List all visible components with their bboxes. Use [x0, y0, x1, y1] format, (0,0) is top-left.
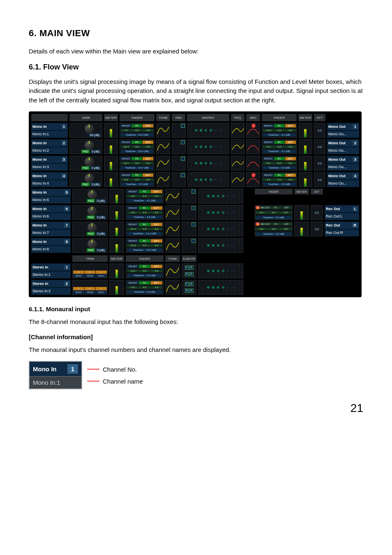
gain-box[interactable]: PAD 0 (dB) [72, 205, 108, 220]
pad-button[interactable]: PAD [81, 183, 90, 186]
tone-box[interactable] [165, 205, 180, 220]
peq-box[interactable] [231, 123, 245, 138]
gain-knob-icon[interactable] [85, 141, 94, 150]
fader-box[interactable]: FRONTPCEXT -0.30.00.0 TotalGain : -0.3 (… [126, 264, 164, 278]
amute-box[interactable]: 1234 [182, 280, 196, 295]
att-box[interactable]: 0.0 [311, 205, 323, 220]
tone-box[interactable] [165, 264, 180, 278]
peq-box[interactable] [231, 139, 245, 154]
gain-box[interactable]: PAD 0 (dB) [69, 172, 102, 187]
matrix-box[interactable] [198, 189, 243, 204]
gain-box[interactable]: PAD 0 (dB) [72, 238, 108, 253]
out-channel-info[interactable]: Mono Out2 Mono Ou... [327, 139, 359, 154]
matrix-box[interactable] [187, 123, 229, 138]
matrix-box[interactable] [198, 222, 243, 236]
arc-box[interactable] [246, 139, 260, 154]
amute-box[interactable]: 1234 [182, 264, 196, 278]
gain-knob-icon[interactable] [88, 190, 97, 199]
trim-box[interactable]: ABC ST2-AST2-BST2-C [72, 280, 108, 295]
fbs-box[interactable] [172, 172, 186, 187]
tone-box[interactable] [156, 123, 170, 138]
rec-fader-box[interactable]: 🔒REC OUTPCEXT 0.00.00.0 TotalGain : 0.0 … [255, 222, 293, 236]
tone-box[interactable] [165, 222, 180, 236]
matrix-box[interactable] [187, 139, 229, 154]
pad-button[interactable] [85, 134, 88, 135]
fader-box[interactable]: FRONTPCEXT -14.40.00.0 TotalGain : -2.4 … [262, 123, 297, 138]
pad-button[interactable]: PAD [87, 199, 95, 203]
out-channel-info[interactable]: Rec OutL Rec Out:L [325, 205, 359, 220]
gain-box[interactable]: PAD 0 (dB) [72, 189, 108, 204]
matrix-box[interactable] [198, 264, 243, 278]
fbs-box[interactable] [172, 123, 186, 138]
fader-box[interactable]: FRONTPCEXT -1.90.00.0 TotalGain : -1.9 (… [262, 172, 297, 187]
fader-box[interactable]: FRONTPCEXT -6.20.00.0 TotalGain : -6.2 (… [126, 189, 164, 204]
channel-info[interactable]: Mono In8 Mono In:8 [31, 238, 71, 253]
gain-box[interactable]: PAD 0 (dB) [69, 139, 102, 154]
matrix-box[interactable] [198, 280, 243, 295]
fader-box[interactable]: FRONTPCEXT -4.10.00.0 TotalGain : -4.1 (… [262, 139, 297, 154]
fader-box[interactable]: FRONTPCEXT -0.30.00.0 TotalGain : -0.3 (… [120, 172, 155, 187]
gain-knob-icon[interactable] [88, 223, 97, 232]
amute-btn[interactable]: 2 [189, 266, 194, 270]
att-box[interactable]: 0.0 [314, 172, 325, 187]
matrix-box[interactable] [187, 172, 229, 187]
arc-box[interactable]: ! [246, 123, 260, 138]
matrix-box[interactable] [187, 156, 229, 171]
fader-box[interactable]: FRONTPCEXT 7.20.00.0 TotalGain : 13.3 (d… [120, 123, 155, 138]
amute-btn[interactable]: 4 [189, 289, 194, 293]
fbs-box[interactable] [172, 139, 186, 154]
channel-info[interactable]: Mono In3 Mono In:3 [31, 156, 68, 171]
gain-knob-icon[interactable] [88, 239, 97, 248]
fader-box[interactable]: FRONTPCEXT 0.00.00.0 TotalGain : 0.0 (dB… [262, 156, 297, 171]
out-channel-info[interactable]: Rec OutR Rec Out:R [325, 222, 359, 236]
arc-box[interactable]: ! [246, 172, 260, 187]
channel-info[interactable]: Mono In6 Mono In:6 [31, 205, 71, 220]
fader-box[interactable]: FRONTPCEXT -0.50.00.0 TotalGain : 1.0 (d… [126, 280, 164, 295]
gain-knob-icon[interactable] [85, 157, 94, 166]
peq-box[interactable] [231, 156, 245, 171]
fbs-box[interactable] [182, 238, 196, 253]
matrix-box[interactable] [198, 205, 243, 220]
out-channel-info[interactable]: Mono Out1 Mono Ou... [327, 123, 359, 138]
fader-box[interactable]: FRONTPCEXT -10.30.00.0 TotalGain : -10.3… [126, 238, 164, 253]
channel-info[interactable]: Stereo In2 Stereo In:2 [31, 280, 71, 295]
att-box[interactable]: 0.0 [311, 222, 323, 236]
amute-btn[interactable]: 1 [185, 266, 189, 270]
amute-btn[interactable]: 4 [189, 272, 194, 276]
channel-info[interactable]: Mono In5 Mono In:5 [31, 189, 71, 204]
att-box[interactable]: 0.0 [314, 156, 325, 171]
tone-box[interactable] [156, 172, 170, 187]
tone-box[interactable] [156, 156, 170, 171]
fbs-box[interactable] [182, 205, 196, 220]
gain-box[interactable]: PAD 0 (dB) [69, 156, 102, 171]
amute-btn[interactable]: 3 [185, 272, 189, 276]
amute-btn[interactable]: 2 [189, 282, 194, 286]
tone-box[interactable] [165, 280, 180, 295]
gain-knob-icon[interactable] [85, 124, 94, 133]
channel-info[interactable]: Mono In7 Mono In:7 [31, 222, 71, 236]
tone-box[interactable] [156, 139, 170, 154]
rec-fader-box[interactable]: 🔒REC OUTPCEXT 0.00.00.0 TotalGain : 0.0 … [255, 205, 293, 220]
channel-info[interactable]: Stereo In1 Stereo In:1 [31, 264, 71, 278]
pad-button[interactable]: PAD [81, 166, 90, 170]
fbs-box[interactable] [172, 156, 186, 171]
fader-box[interactable]: FRONTPCEXT -10.70.00.0 TotalGain : -10.7… [120, 156, 155, 171]
fbs-box[interactable] [182, 222, 196, 236]
pad-button[interactable]: PAD [87, 248, 95, 252]
gain-box[interactable]: PAD 0 (dB) [72, 222, 108, 236]
fader-box[interactable]: FRONTPCEXT -11.40.00.0 TotalGain : -11.4… [126, 222, 164, 236]
arc-box[interactable] [246, 156, 260, 171]
gain-knob-icon[interactable] [88, 206, 97, 215]
peq-box[interactable] [231, 172, 245, 187]
pad-button[interactable]: PAD [87, 232, 95, 236]
pad-button[interactable]: PAD [81, 150, 90, 153]
att-box[interactable]: 0.0 [314, 123, 325, 138]
pad-button[interactable]: PAD [87, 215, 95, 219]
amute-btn[interactable]: 1 [185, 282, 189, 286]
tone-box[interactable] [165, 189, 180, 204]
channel-info[interactable]: Mono In4 Mono In:4 [31, 172, 68, 187]
att-box[interactable]: 0.0 [314, 139, 325, 154]
out-channel-info[interactable]: Mono Out3 Mono Ou... [327, 156, 359, 171]
fbs-box[interactable] [182, 189, 196, 204]
fader-box[interactable]: FRONTPCEXT -22.40.00.0 TotalGain : -22.4… [120, 139, 155, 154]
